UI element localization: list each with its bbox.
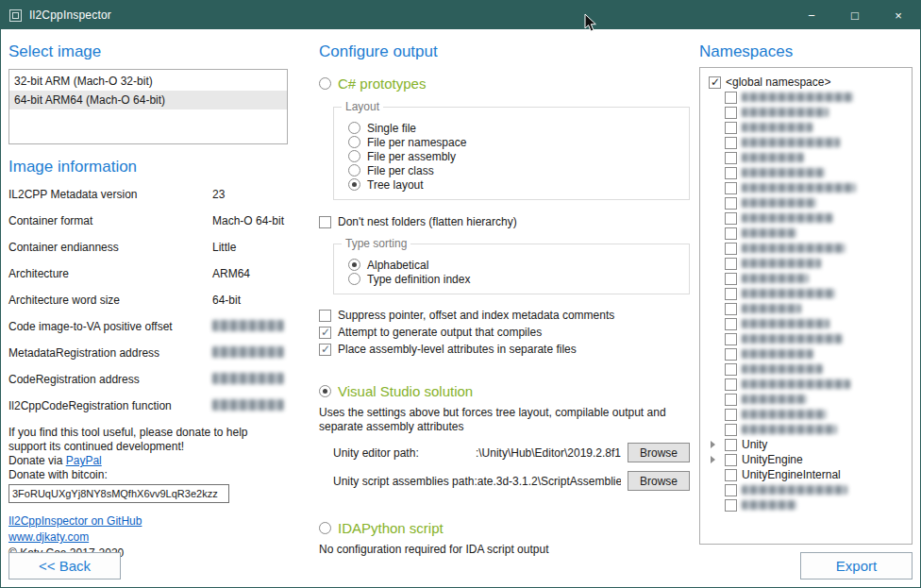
checkbox-icon[interactable] xyxy=(725,409,737,421)
idapython-script-radio[interactable]: IDAPython script xyxy=(319,520,692,536)
layout-option-radio[interactable]: File per assembly xyxy=(348,149,689,163)
image-list-item[interactable]: 64-bit ARM64 (Mach-O 64-bit) xyxy=(9,91,287,109)
checkbox-icon[interactable] xyxy=(725,152,737,164)
namespace-item[interactable] xyxy=(707,195,912,210)
namespace-item[interactable] xyxy=(707,286,912,301)
checkbox-icon[interactable] xyxy=(725,243,737,255)
export-button[interactable]: Export xyxy=(800,552,913,580)
namespace-item[interactable] xyxy=(707,256,912,271)
namespace-item[interactable] xyxy=(707,90,912,105)
csharp-prototypes-radio[interactable]: C# prototypes xyxy=(319,76,692,92)
output-option-checkbox[interactable]: Suppress pointer, offset and index metad… xyxy=(319,307,692,324)
paypal-link[interactable]: PayPal xyxy=(66,454,102,467)
output-option-checkbox[interactable]: Attempt to generate output that compiles xyxy=(319,324,692,341)
redacted-namespace xyxy=(742,304,801,313)
layout-option-label: File per namespace xyxy=(367,136,466,149)
checkbox-icon[interactable] xyxy=(725,137,737,149)
info-row: Code image-to-VA positive offset xyxy=(8,320,288,333)
namespace-item[interactable] xyxy=(707,120,912,135)
namespace-item[interactable]: UnityEngineInternal xyxy=(707,467,912,482)
checkbox-icon[interactable] xyxy=(725,182,737,194)
image-list-item[interactable]: 32-bit ARM (Mach-O 32-bit) xyxy=(9,72,287,91)
checkbox-icon[interactable] xyxy=(725,454,737,466)
checkbox-icon[interactable] xyxy=(725,439,737,451)
namespace-item[interactable] xyxy=(707,377,912,392)
checkbox-icon[interactable] xyxy=(725,273,737,285)
unity-editor-path-value: :\Unity\Hub\Editor\2019.2.8f1 xyxy=(419,446,621,460)
radio-icon xyxy=(319,77,331,90)
output-option-checkbox[interactable]: Place assembly-level attributes in separ… xyxy=(319,341,692,358)
checkbox-icon[interactable] xyxy=(725,363,737,376)
namespace-item[interactable] xyxy=(707,226,912,241)
checkbox-icon[interactable] xyxy=(725,258,737,270)
namespace-item[interactable] xyxy=(707,301,912,316)
flatten-hierarchy-checkbox[interactable]: Don't nest folders (flatten hierarchy) xyxy=(319,215,692,228)
namespace-item[interactable]: Unity xyxy=(707,437,912,452)
website-link[interactable]: www.djkaty.com xyxy=(8,530,89,544)
namespace-item[interactable] xyxy=(707,210,912,226)
checkbox-icon[interactable] xyxy=(725,122,737,134)
unity-editor-browse-button[interactable]: Browse xyxy=(628,443,690,462)
namespace-item[interactable] xyxy=(707,241,912,256)
image-listbox[interactable]: 32-bit ARM (Mach-O 32-bit) 64-bit ARM64 … xyxy=(8,69,288,144)
namespace-item[interactable] xyxy=(707,361,912,377)
checkbox-icon[interactable] xyxy=(709,76,721,89)
checkbox-icon[interactable] xyxy=(725,107,737,119)
namespace-item[interactable] xyxy=(707,346,912,361)
namespace-item[interactable] xyxy=(707,392,912,407)
namespace-item[interactable] xyxy=(707,482,912,497)
minimize-button[interactable]: − xyxy=(790,1,833,29)
select-image-panel: Select image 32-bit ARM (Mach-O 32-bit) … xyxy=(8,29,288,587)
layout-option-radio[interactable]: Single file xyxy=(348,121,689,135)
namespace-item[interactable]: <global namespace> xyxy=(707,75,912,90)
bitcoin-address-input[interactable] xyxy=(8,484,229,503)
namespace-item[interactable] xyxy=(707,165,912,180)
namespace-item[interactable]: UnityEngine xyxy=(707,452,912,467)
namespace-item[interactable] xyxy=(707,331,912,346)
checkbox-icon[interactable] xyxy=(725,197,737,210)
type-sorting-option-radio[interactable]: Alphabetical xyxy=(348,258,689,272)
namespace-item[interactable] xyxy=(707,497,912,512)
namespace-item[interactable] xyxy=(707,316,912,331)
namespace-item[interactable] xyxy=(707,271,912,286)
redacted-value xyxy=(212,399,284,411)
visual-studio-solution-radio[interactable]: Visual Studio solution xyxy=(319,383,692,399)
checkbox-icon[interactable] xyxy=(725,227,737,240)
back-button[interactable]: << Back xyxy=(8,552,121,580)
expander-icon[interactable] xyxy=(709,456,720,463)
checkbox-icon[interactable] xyxy=(725,484,737,496)
expander-icon[interactable] xyxy=(709,441,720,448)
checkbox-icon[interactable] xyxy=(725,348,737,361)
namespaces-tree[interactable]: <global namespace> xyxy=(699,67,913,545)
radio-icon xyxy=(319,522,331,534)
namespace-item[interactable] xyxy=(707,150,912,165)
namespace-item[interactable] xyxy=(707,180,912,195)
checkbox-icon[interactable] xyxy=(725,167,737,179)
close-button[interactable]: × xyxy=(877,1,920,29)
layout-option-radio[interactable]: File per namespace xyxy=(348,135,689,149)
checkbox-icon[interactable] xyxy=(725,394,737,406)
checkbox-icon[interactable] xyxy=(725,424,737,436)
namespace-item[interactable] xyxy=(707,105,912,120)
namespace-item[interactable] xyxy=(707,422,912,437)
namespace-item[interactable] xyxy=(707,135,912,150)
type-sorting-option-radio[interactable]: Type definition index xyxy=(348,272,689,286)
checkbox-icon[interactable] xyxy=(725,212,737,225)
checkbox-icon[interactable] xyxy=(725,288,737,300)
checkbox-icon[interactable] xyxy=(725,469,737,481)
checkbox-icon[interactable] xyxy=(725,318,737,330)
github-link[interactable]: Il2CppInspector on GitHub xyxy=(8,514,142,528)
checkbox-icon[interactable] xyxy=(725,92,737,104)
maximize-button[interactable]: □ xyxy=(833,1,877,29)
radio-icon xyxy=(319,385,331,397)
layout-option-radio[interactable]: Tree layout xyxy=(348,177,689,192)
checkbox-icon[interactable] xyxy=(725,499,737,512)
checkbox-icon[interactable] xyxy=(725,378,737,391)
checkbox-icon[interactable] xyxy=(725,303,737,315)
info-label: MetadataRegistration address xyxy=(8,346,212,360)
layout-option-radio[interactable]: File per class xyxy=(348,163,689,177)
type-sorting-group-title: Type sorting xyxy=(342,237,410,250)
unity-script-assemblies-browse-button[interactable]: Browse xyxy=(628,471,690,491)
namespace-item[interactable] xyxy=(707,407,912,422)
checkbox-icon[interactable] xyxy=(725,333,737,345)
